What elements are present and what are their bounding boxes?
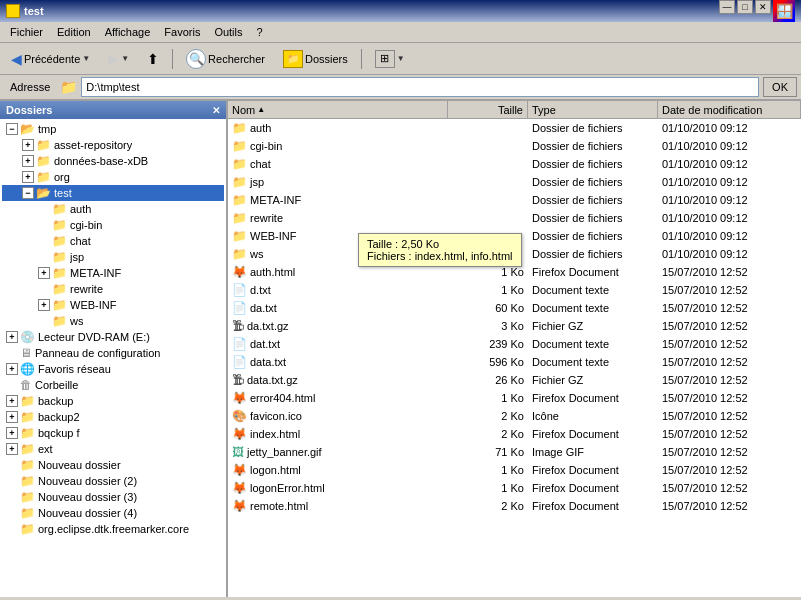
file-row[interactable]: 📁 META-INF Dossier de fichiers 01/10/201… [228, 191, 801, 209]
tree-expander-donnees[interactable]: + [22, 155, 34, 167]
tree-expander-favoris[interactable]: + [6, 363, 18, 375]
file-row[interactable]: 🦊 auth.html 1 Ko Firefox Document 15/07/… [228, 263, 801, 281]
file-row[interactable]: 🦊 index.html 2 Ko Firefox Document 15/07… [228, 425, 801, 443]
file-list[interactable]: 📁 auth Dossier de fichiers 01/10/2010 09… [228, 119, 801, 597]
tree-expander-webinf[interactable]: + [38, 299, 50, 311]
folder-icon-jsp: 📁 [52, 250, 67, 264]
tree-expander-backup[interactable]: + [6, 395, 18, 407]
file-date: 15/07/2010 12:52 [658, 445, 801, 459]
tree-item-control[interactable]: 🖥 Panneau de configuration [2, 345, 224, 361]
tree-item-dvd[interactable]: + 💿 Lecteur DVD-RAM (E:) [2, 329, 224, 345]
up-button[interactable]: ⬆ [140, 46, 166, 72]
file-row[interactable]: 🦊 error404.html 1 Ko Firefox Document 15… [228, 389, 801, 407]
tree-expander-dvd[interactable]: + [6, 331, 18, 343]
file-row[interactable]: 📄 dat.txt 239 Ko Document texte 15/07/20… [228, 335, 801, 353]
tree-expander-test[interactable]: − [22, 187, 34, 199]
tree-item-chat[interactable]: 📁 chat [2, 233, 224, 249]
file-row[interactable]: 📁 WEB-INF Dossier de fichiers 01/10/2010… [228, 227, 801, 245]
tree-expander-tmp[interactable]: − [6, 123, 18, 135]
tree-item-ext[interactable]: + 📁 ext [2, 441, 224, 457]
file-icon: 🦊 [232, 463, 247, 477]
tree-expander-backup2[interactable]: + [6, 411, 18, 423]
file-row[interactable]: 📄 d.txt 1 Ko Document texte 15/07/2010 1… [228, 281, 801, 299]
tree-item-rewrite[interactable]: 📁 rewrite [2, 281, 224, 297]
file-size [448, 217, 528, 219]
tree-item-nouveau3[interactable]: 📁 Nouveau dossier (3) [2, 489, 224, 505]
tree-item-metainf[interactable]: + 📁 META-INF [2, 265, 224, 281]
minimize-button[interactable]: — [719, 0, 735, 14]
tree-item-nouveau4[interactable]: 📁 Nouveau dossier (4) [2, 505, 224, 521]
tree-item-test[interactable]: − 📂 test [2, 185, 224, 201]
tree-item-favoris[interactable]: + 🌐 Favoris réseau [2, 361, 224, 377]
menu-affichage[interactable]: Affichage [99, 24, 157, 40]
forward-button[interactable]: ▶ ▼ [101, 46, 136, 72]
file-row[interactable]: 📄 data.txt 596 Ko Document texte 15/07/2… [228, 353, 801, 371]
file-row[interactable]: 🗜 data.txt.gz 26 Ko Fichier GZ 15/07/201… [228, 371, 801, 389]
file-row[interactable]: 🎨 favicon.ico 2 Ko Icône 15/07/2010 12:5… [228, 407, 801, 425]
menu-outils[interactable]: Outils [208, 24, 248, 40]
folder-icon-asset: 📁 [36, 138, 51, 152]
tree-item-asset[interactable]: + 📁 asset-repository [2, 137, 224, 153]
tree-item-org[interactable]: + 📁 org [2, 169, 224, 185]
file-name: data.txt [250, 356, 286, 368]
col-header-type[interactable]: Type [528, 101, 658, 118]
view-dropdown-icon[interactable]: ▼ [397, 54, 405, 63]
file-row[interactable]: 🗜 da.txt.gz 3 Ko Fichier GZ 15/07/2010 1… [228, 317, 801, 335]
view-button[interactable]: ⊞ ▼ [368, 46, 412, 72]
tree-item-bqckup[interactable]: + 📁 bqckup f [2, 425, 224, 441]
file-row[interactable]: 🦊 logon.html 1 Ko Firefox Document 15/07… [228, 461, 801, 479]
tree-item-corbeille[interactable]: 🗑 Corbeille [2, 377, 224, 393]
file-row[interactable]: 📁 chat Dossier de fichiers 01/10/2010 09… [228, 155, 801, 173]
tree-expander-ext[interactable]: + [6, 443, 18, 455]
file-name: rewrite [250, 212, 283, 224]
tree-item-auth[interactable]: 📁 auth [2, 201, 224, 217]
file-row[interactable]: 📁 cgi-bin Dossier de fichiers 01/10/2010… [228, 137, 801, 155]
address-input[interactable] [81, 77, 759, 97]
menu-favoris[interactable]: Favoris [158, 24, 206, 40]
file-row[interactable]: 📁 auth Dossier de fichiers 01/10/2010 09… [228, 119, 801, 137]
menu-fichier[interactable]: Fichier [4, 24, 49, 40]
go-button[interactable]: OK [763, 77, 797, 97]
search-button[interactable]: 🔍 Rechercher [179, 46, 272, 72]
folders-button[interactable]: 📁 Dossiers [276, 46, 355, 72]
folders-label: Dossiers [305, 53, 348, 65]
file-row[interactable]: 📄 da.txt 60 Ko Document texte 15/07/2010… [228, 299, 801, 317]
tree-item-cgi[interactable]: 📁 cgi-bin [2, 217, 224, 233]
menu-help[interactable]: ? [251, 24, 269, 40]
file-row[interactable]: 🦊 remote.html 2 Ko Firefox Document 15/0… [228, 497, 801, 515]
tree-item-tmp[interactable]: − 📂 tmp [2, 121, 224, 137]
forward-dropdown-icon[interactable]: ▼ [121, 54, 129, 63]
tree-item-nouveau1[interactable]: 📁 Nouveau dossier [2, 457, 224, 473]
tree-item-jsp[interactable]: 📁 jsp [2, 249, 224, 265]
tree-expander-bqckup[interactable]: + [6, 427, 18, 439]
maximize-button[interactable]: □ [737, 0, 753, 14]
file-row[interactable]: 🖼 jetty_banner.gif 71 Ko Image GIF 15/07… [228, 443, 801, 461]
col-header-name[interactable]: Nom ▲ [228, 101, 448, 118]
close-button[interactable]: ✕ [755, 0, 771, 14]
file-date: 15/07/2010 12:52 [658, 463, 801, 477]
file-type: Dossier de fichiers [528, 121, 658, 135]
tree-expander-asset[interactable]: + [22, 139, 34, 151]
tree-expander-org[interactable]: + [22, 171, 34, 183]
file-row[interactable]: 🦊 logonError.html 1 Ko Firefox Document … [228, 479, 801, 497]
back-dropdown-icon[interactable]: ▼ [82, 54, 90, 63]
file-row[interactable]: 📁 ws Dossier de fichiers 01/10/2010 09:1… [228, 245, 801, 263]
file-row[interactable]: 📁 jsp Dossier de fichiers 01/10/2010 09:… [228, 173, 801, 191]
address-folder-icon: 📁 [60, 79, 77, 95]
tree-item-ws[interactable]: 📁 ws [2, 313, 224, 329]
tree-expander-metainf[interactable]: + [38, 267, 50, 279]
tree-item-eclipse[interactable]: 📁 org.eclipse.dtk.freemarker.core [2, 521, 224, 537]
tree-item-backup2[interactable]: + 📁 backup2 [2, 409, 224, 425]
col-header-date[interactable]: Date de modification [658, 101, 801, 118]
tree-item-backup[interactable]: + 📁 backup [2, 393, 224, 409]
tree-item-donnees[interactable]: + 📁 données-base-xDB [2, 153, 224, 169]
folder-tree[interactable]: − 📂 tmp + 📁 asset-repository + 📁 données… [0, 119, 226, 597]
back-button[interactable]: ◀ Précédente ▼ [4, 46, 97, 72]
panel-close-button[interactable]: ✕ [212, 105, 220, 116]
window-icon [6, 4, 20, 18]
col-header-size[interactable]: Taille [448, 101, 528, 118]
tree-item-nouveau2[interactable]: 📁 Nouveau dossier (2) [2, 473, 224, 489]
tree-item-webinf[interactable]: + 📁 WEB-INF [2, 297, 224, 313]
file-row[interactable]: 📁 rewrite Dossier de fichiers 01/10/2010… [228, 209, 801, 227]
menu-edition[interactable]: Edition [51, 24, 97, 40]
